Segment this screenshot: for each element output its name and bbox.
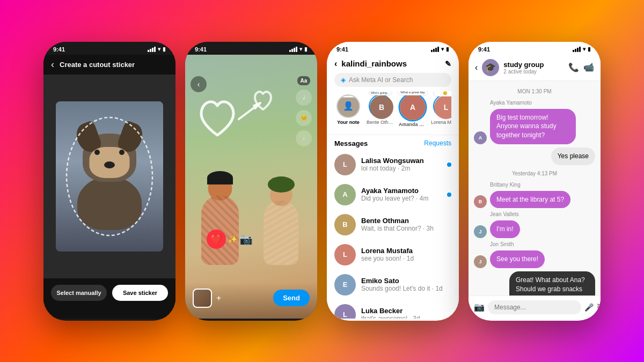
bubble-jean1: I'm in!: [490, 220, 520, 238]
messages-section: Messages Requests L Lalisa Wongsuwan lol…: [327, 135, 459, 319]
voice-call-icon[interactable]: 📞: [568, 62, 579, 72]
phone1-header: ‹ Create a cutout sticker: [43, 55, 175, 75]
inbox-back-icon[interactable]: ‹: [334, 59, 337, 69]
dog-image-area: [43, 75, 175, 278]
dog-photo: [56, 101, 163, 252]
msg-preview-0: lol not today · 2m: [361, 165, 442, 172]
note-item-0[interactable]: note... 👤 Your note: [334, 94, 362, 127]
bubble-right2: Great! What about Ana? Should we grab sn…: [509, 271, 595, 295]
avatar-jean1: J: [474, 225, 487, 238]
msg-preview-5: that's awesome! · 3d: [361, 315, 451, 319]
msg-block-brittany: B Meet at the library at 5?: [474, 191, 595, 209]
phone-3: 9:41 ▾ ▮ ‹ kalindi_rainbows ✎ ◈ As: [327, 42, 459, 321]
msg-info-2: Bente Othman Wait, is that Connor? · 3h: [361, 217, 451, 232]
sender-label-brittany: Brittany King: [490, 182, 595, 188]
message-row-4[interactable]: E Emiko Sato Sounds good! Let's do it · …: [327, 270, 459, 300]
phone1-screen: ‹ Create a cutout sticker: [43, 55, 175, 319]
time-2: 9:41: [195, 46, 207, 53]
note-avatar-1: Who's going to be in SF? B: [369, 94, 392, 118]
bubble-0: Big test tomorrow! Anyone wanna study to…: [490, 109, 576, 144]
msg-name-1: Ayaka Yamamoto: [361, 187, 442, 195]
note-avatar-3: 😊 L: [433, 94, 451, 118]
msg-avatar-5: L: [334, 304, 356, 319]
inbox-header: ‹ kalindi_rainbows ✎ ◈ Ask Meta AI or Se…: [327, 55, 459, 135]
send-button[interactable]: Send: [273, 290, 310, 306]
chat-back-button[interactable]: ‹: [475, 63, 478, 72]
save-sticker-button[interactable]: Save sticker: [112, 285, 168, 301]
messages-title: Messages: [334, 139, 368, 147]
camera-input-icon[interactable]: 📷: [474, 302, 485, 312]
msg-avatar-1: A: [334, 184, 356, 205]
status-icons-3: ▾ ▮: [431, 46, 449, 52]
msg-block-0: A Big test tomorrow! Anyone wanna study …: [474, 109, 595, 144]
message-input[interactable]: [488, 300, 581, 314]
inbox-title-row: ‹ kalindi_rainbows ✎: [334, 59, 451, 69]
bubble-reply: Yes please: [551, 147, 595, 165]
battery-icon: ▮: [163, 46, 166, 52]
music-tool[interactable]: ♩: [296, 90, 312, 106]
back-icon[interactable]: ‹: [51, 59, 54, 70]
msg-avatar-2: B: [334, 214, 356, 235]
bubble-jon: See you there!: [490, 250, 545, 268]
story-toolbar: Aa ♩ 😊 ↓: [296, 76, 312, 146]
avatar-ayaka: A: [474, 131, 487, 144]
sticker-tool[interactable]: 😊: [296, 110, 312, 126]
story-back-button[interactable]: ‹: [191, 76, 207, 92]
phone-4: 9:41 ▾ ▮ ‹ 🎓 study group 2 active today …: [469, 42, 601, 321]
phone2-screen: ‹ Aa ♩ 😊 ↓ ❤️ ✨ 📷 + Send: [185, 55, 317, 319]
msg-preview-1: Did you leave yet? · 4m: [361, 195, 442, 202]
select-manually-button[interactable]: Select manually: [51, 285, 107, 301]
download-tool[interactable]: ↓: [296, 130, 312, 146]
wifi-icon-3: ▾: [441, 46, 444, 52]
message-row-1[interactable]: A Ayaka Yamamoto Did you leave yet? · 4m: [327, 180, 459, 210]
msg-avatar-4: E: [334, 274, 356, 295]
msg-info-0: Lalisa Wongsuwan lol not today · 2m: [361, 157, 442, 172]
notes-row: note... 👤 Your note Who's going to be in…: [334, 91, 451, 130]
video-call-icon[interactable]: 📹: [583, 62, 594, 72]
msg-name-5: Luka Becker: [361, 307, 451, 315]
message-row-0[interactable]: L Lalisa Wongsuwan lol not today · 2m: [327, 150, 459, 180]
note-item-3[interactable]: 😊 L Lorena Musta...: [431, 94, 451, 127]
msg-preview-3: see you soon! · 1d: [361, 255, 451, 262]
note-item-2[interactable]: What a great day A Amanda Smith: [399, 94, 427, 127]
msg-name-4: Emiko Sato: [361, 277, 451, 285]
time-1: 9:41: [53, 46, 65, 53]
status-icons-2: ▾ ▮: [289, 46, 308, 52]
meta-ai-icon: ◈: [341, 76, 346, 84]
phone-2: 9:41 ▾ ▮: [185, 42, 317, 321]
camera-sticker: 📷: [239, 233, 253, 246]
text-tool[interactable]: Aa: [297, 76, 311, 85]
status-icons-4: ▾ ▮: [573, 46, 591, 52]
time-3: 9:41: [336, 46, 348, 53]
search-bar[interactable]: ◈ Ask Meta AI or Search: [334, 73, 451, 87]
chat-actions: 📞 📹: [568, 62, 594, 72]
chat-header: ‹ 🎓 study group 2 active today 📞 📹: [469, 55, 601, 81]
msg-info-4: Emiko Sato Sounds good! Let's do it · 1d: [361, 277, 451, 292]
mic-icon[interactable]: 🎤: [584, 303, 594, 312]
msg-info-5: Luka Becker that's awesome! · 3d: [361, 307, 451, 319]
signal-icon-3: [431, 47, 439, 52]
image-icon[interactable]: 🖼: [597, 303, 601, 312]
svg-point-0: [67, 117, 152, 235]
battery-icon-4: ▮: [588, 46, 591, 52]
wifi-icon-4: ▾: [583, 46, 586, 52]
message-row-5[interactable]: L Luka Becker that's awesome! · 3d: [327, 300, 459, 319]
msg-block-right2: Great! What about Ana? Should we grab sn…: [474, 271, 595, 295]
edit-icon[interactable]: ✎: [445, 60, 451, 68]
message-row-3[interactable]: L Lorena Mustafa see you soon! · 1d: [327, 240, 459, 270]
wifi-icon-2: ▾: [299, 46, 302, 52]
avatar-jon: J: [474, 255, 487, 268]
chat-group-status: 2 active today: [503, 69, 564, 75]
note-label-1: Bente Othman: [367, 120, 394, 125]
msg-info-3: Lorena Mustafa see you soon! · 1d: [361, 247, 451, 262]
chat-input-bar: 📷 🎤 🖼 😊 ⊕: [469, 295, 601, 319]
chat-messages: MON 1:30 PM Ayaka Yamamoto A Big test to…: [469, 81, 601, 295]
story-add-icon[interactable]: +: [216, 293, 221, 303]
signal-icon: [148, 47, 156, 52]
note-item-1[interactable]: Who's going to be in SF? B Bente Othman: [367, 94, 394, 127]
requests-link[interactable]: Requests: [424, 139, 451, 147]
note-avatar-2-wrapper: What a great day A: [400, 94, 426, 120]
message-row-2[interactable]: B Bente Othman Wait, is that Connor? · 3…: [327, 210, 459, 240]
note-label-3: Lorena Musta...: [431, 120, 451, 125]
msg-avatar-3: L: [334, 244, 356, 265]
